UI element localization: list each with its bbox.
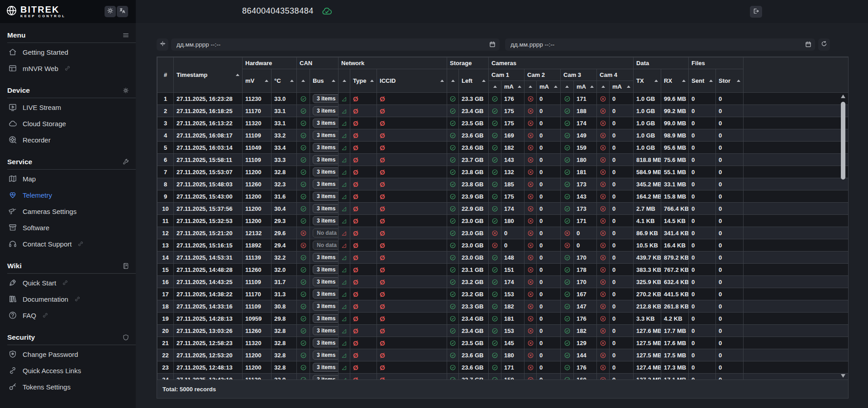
brand-logo[interactable]: BITREK KEEP CONTROL	[5, 5, 66, 19]
cell-row-number: 15	[157, 264, 174, 276]
sidebar-item-telemetry[interactable]: Telemetry	[0, 187, 136, 203]
x-circle-icon	[600, 327, 606, 334]
sidebar-item-cameras-settings[interactable]: Cameras Settings	[0, 203, 136, 219]
x-circle-icon	[527, 108, 534, 114]
divider	[7, 43, 136, 43]
check-circle-icon	[300, 254, 307, 261]
hamburger-icon[interactable]	[122, 32, 129, 39]
table-scrollbar[interactable]	[839, 94, 847, 379]
col-header-cam2-ma[interactable]: mA	[537, 81, 561, 93]
col-header-tx[interactable]: TX	[634, 69, 661, 93]
collapse-panel-button[interactable]	[157, 38, 168, 51]
sidebar-item-getting-started[interactable]: Getting Started	[0, 44, 136, 60]
bus-items-badge[interactable]: No data	[313, 241, 339, 250]
language-button[interactable]	[117, 6, 128, 17]
col-header-rx[interactable]: RX	[661, 69, 689, 93]
cell-tx: 1.0 GB	[634, 117, 661, 129]
bus-items-badge[interactable]: 3 items	[313, 192, 339, 201]
bus-items-badge[interactable]: 3 items	[313, 375, 339, 380]
col-header-cam1-status[interactable]	[489, 81, 501, 93]
col-header-temp[interactable]: °C	[272, 69, 297, 93]
sidebar-item-tokens-settings[interactable]: Tokens Settings	[0, 379, 136, 395]
col-header-cam1-ma[interactable]: mA	[501, 81, 525, 93]
scroll-down-icon[interactable]	[841, 374, 845, 378]
col-header-sent[interactable]: Sent	[689, 69, 716, 93]
sidebar-item-map[interactable]: Map	[0, 171, 136, 187]
bus-items-badge[interactable]: 3 items	[313, 204, 339, 213]
bus-items-badge[interactable]: 3 items	[313, 289, 339, 299]
cell-cam4-status	[597, 349, 610, 361]
sidebar-item-quick-access-links[interactable]: Quick Access Links	[0, 362, 136, 379]
signal-icon	[341, 353, 347, 359]
bus-items-badge[interactable]: 3 items	[313, 314, 339, 323]
logout-button[interactable]	[750, 6, 762, 18]
sidebar-item-software[interactable]: Software	[0, 219, 136, 236]
bus-items-badge[interactable]: No data	[313, 228, 339, 237]
sidebar-item-cloud-storage[interactable]: Cloud Storage	[0, 115, 136, 132]
col-header-iccid[interactable]: ICCID	[377, 69, 447, 93]
cell-rx: 33.1 MB	[661, 178, 689, 190]
check-circle-icon	[300, 157, 307, 163]
x-circle-icon	[600, 364, 606, 371]
sidebar-item-faq[interactable]: FAQ	[0, 307, 136, 323]
col-header-cam3-status[interactable]	[561, 81, 574, 93]
bus-items-badge[interactable]: 3 items	[313, 180, 339, 189]
bus-items-badge[interactable]: 3 items	[313, 94, 339, 103]
bus-items-badge[interactable]: 3 items	[313, 326, 339, 335]
blocked-icon: Ø	[353, 107, 358, 115]
bus-items-badge[interactable]: 3 items	[313, 155, 339, 164]
col-header-cam4-ma[interactable]: mA	[610, 81, 634, 93]
sidebar-item-recorder[interactable]: Recorder	[0, 132, 136, 148]
bus-items-badge[interactable]: 3 items	[313, 143, 339, 152]
cell-cam3-status	[561, 93, 574, 105]
calendar-icon[interactable]	[489, 41, 496, 50]
bus-items-badge[interactable]: 3 items	[313, 265, 339, 274]
sidebar-item-documentation[interactable]: Documentation	[0, 291, 136, 307]
bus-items-badge[interactable]: 3 items	[313, 351, 339, 360]
cell-timestamp: 27.11.2025, 14:38:22	[174, 288, 243, 300]
col-header-cam3-ma[interactable]: mA	[574, 81, 597, 93]
sidebar-item-mnvr-web[interactable]: mNVR Web	[0, 60, 136, 76]
cell-bus: 3 items	[310, 288, 339, 300]
col-header-stor[interactable]: Stor	[716, 69, 744, 93]
scrollbar-thumb[interactable]	[841, 102, 845, 180]
col-header-cam2-status[interactable]	[525, 81, 537, 93]
cell-rx: 95.6 MB	[661, 142, 689, 154]
theme-toggle-button[interactable]	[105, 6, 116, 17]
col-header-storage-status[interactable]	[447, 69, 459, 93]
col-header-mv[interactable]: mV	[243, 69, 272, 93]
col-header-cam4-status[interactable]	[597, 81, 610, 93]
cell-cam3-ma: 178	[574, 264, 597, 276]
table-row: 2027.11.2025, 13:03:261126032.83 itemsØØ…	[157, 325, 849, 337]
date-from-input[interactable]	[171, 38, 500, 51]
col-header-left[interactable]: Left	[459, 69, 489, 93]
external-link-icon	[62, 280, 68, 286]
col-header-can-status[interactable]	[297, 69, 310, 93]
col-header-network-status[interactable]	[339, 69, 350, 93]
bus-items-badge[interactable]: 3 items	[313, 131, 339, 140]
bus-items-badge[interactable]: 3 items	[313, 338, 339, 347]
col-header-bus[interactable]: Bus	[310, 69, 339, 93]
calendar-icon[interactable]	[805, 41, 812, 50]
cell-rx: 17.6 MB	[661, 337, 689, 349]
col-header-timestamp[interactable]: Timestamp	[174, 57, 243, 93]
bus-items-badge[interactable]: 3 items	[313, 167, 339, 176]
bus-items-badge[interactable]: 3 items	[313, 216, 339, 225]
bus-items-badge[interactable]: 3 items	[313, 106, 339, 115]
sidebar-item-change-password[interactable]: Change Password	[0, 346, 136, 362]
scroll-up-icon[interactable]	[841, 95, 845, 98]
sidebar-item-contact-support[interactable]: Contact Support	[0, 236, 136, 252]
col-header-type[interactable]: Type	[350, 69, 377, 93]
refresh-button[interactable]	[818, 38, 830, 51]
bus-items-badge[interactable]: 3 items	[313, 253, 339, 262]
cell-filler	[744, 215, 848, 227]
sidebar-item-live-stream[interactable]: LIVE Stream	[0, 99, 136, 115]
check-circle-icon	[491, 376, 498, 380]
sidebar-item-quick-start[interactable]: Quick Start	[0, 275, 136, 291]
date-to-input[interactable]	[505, 38, 815, 51]
bus-items-badge[interactable]: 3 items	[313, 363, 339, 372]
cell-timestamp: 27.11.2025, 16:23:28	[174, 93, 243, 105]
bus-items-badge[interactable]: 3 items	[313, 277, 339, 286]
bus-items-badge[interactable]: 3 items	[313, 119, 339, 128]
bus-items-badge[interactable]: 3 items	[313, 302, 339, 311]
